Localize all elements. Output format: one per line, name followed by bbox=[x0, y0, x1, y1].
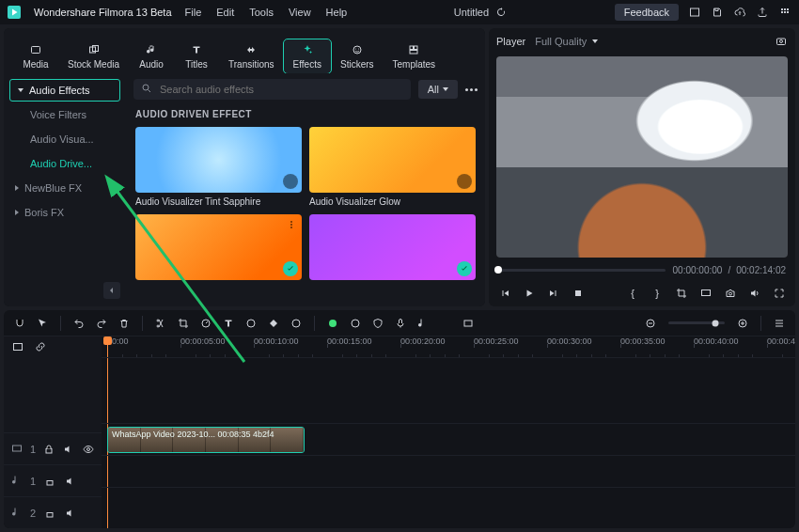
mute-icon[interactable] bbox=[64, 507, 77, 520]
split-icon[interactable] bbox=[154, 317, 167, 330]
lock-icon[interactable] bbox=[43, 475, 56, 488]
view-options-icon[interactable] bbox=[773, 317, 786, 330]
effect-card[interactable] bbox=[135, 214, 302, 284]
track-video-1[interactable]: WhatsApp Video 2023-10... 00:08:35 4b2f4 bbox=[102, 423, 795, 455]
menu-view[interactable]: View bbox=[289, 7, 311, 18]
step-fwd-icon[interactable] bbox=[547, 287, 560, 300]
tab-media[interactable]: Media bbox=[13, 39, 58, 73]
feedback-button[interactable]: Feedback bbox=[615, 4, 679, 21]
svg-point-25 bbox=[247, 320, 255, 327]
tab-titles[interactable]: Titles bbox=[174, 39, 219, 73]
svg-rect-1 bbox=[781, 8, 783, 10]
search-input-wrapper[interactable] bbox=[133, 79, 411, 100]
audio-tool-icon[interactable] bbox=[349, 317, 362, 330]
track-audio-2[interactable] bbox=[102, 487, 795, 519]
apps-grid-icon[interactable] bbox=[778, 6, 791, 19]
eye-icon[interactable] bbox=[82, 443, 94, 456]
mask-icon[interactable] bbox=[290, 317, 303, 330]
shield-icon[interactable] bbox=[371, 317, 384, 330]
undo-icon[interactable] bbox=[72, 317, 86, 330]
search-input[interactable] bbox=[158, 83, 403, 96]
lock-icon[interactable] bbox=[43, 443, 55, 456]
link-icon[interactable] bbox=[34, 340, 47, 353]
track-head-audio1[interactable]: 1 bbox=[4, 464, 102, 496]
video-clip[interactable]: WhatsApp Video 2023-10... 00:08:35 4b2f4 bbox=[107, 427, 305, 453]
crop-icon[interactable] bbox=[675, 287, 688, 300]
tab-templates[interactable]: Templates bbox=[384, 39, 446, 73]
lock-icon[interactable] bbox=[43, 507, 56, 520]
collapse-sidebar-button[interactable] bbox=[103, 282, 120, 299]
marker-icon[interactable] bbox=[439, 317, 452, 330]
svg-rect-30 bbox=[464, 321, 472, 326]
more-options-button[interactable] bbox=[465, 88, 478, 91]
svg-point-18 bbox=[780, 40, 783, 43]
ai-tool-icon[interactable] bbox=[326, 317, 339, 330]
sidebar-item-voice-filters[interactable]: Voice Filters bbox=[9, 103, 120, 126]
zoom-in-icon[interactable] bbox=[736, 317, 749, 330]
menu-edit[interactable]: Edit bbox=[216, 7, 234, 18]
volume-icon[interactable] bbox=[748, 287, 761, 300]
main-menu: File Edit Tools View Help bbox=[185, 7, 348, 18]
tab-effects[interactable]: Effects bbox=[284, 39, 331, 73]
seek-bar[interactable] bbox=[498, 269, 666, 272]
tab-transitions[interactable]: Transitions bbox=[219, 39, 284, 73]
timeline-area[interactable]: 00:0000:00:05:0000:00:10:0000:00:15:0000… bbox=[102, 336, 795, 528]
sidebar-item-audio-visualizer[interactable]: Audio Visua... bbox=[9, 128, 120, 150]
crop-tl-icon[interactable] bbox=[177, 317, 190, 330]
text-tool-icon[interactable] bbox=[222, 317, 235, 330]
download-icon[interactable] bbox=[457, 174, 472, 189]
camera-icon[interactable] bbox=[724, 287, 737, 300]
track-link-icon[interactable] bbox=[11, 340, 24, 353]
tab-stickers[interactable]: Stickers bbox=[331, 39, 384, 73]
redo-icon[interactable] bbox=[95, 317, 108, 330]
download-icon[interactable] bbox=[283, 174, 298, 189]
zoom-out-icon[interactable] bbox=[644, 317, 657, 330]
seek-knob[interactable] bbox=[494, 266, 502, 274]
timeline-ruler[interactable]: 00:0000:00:05:0000:00:10:0000:00:15:0000… bbox=[102, 336, 795, 357]
speed-icon[interactable] bbox=[199, 317, 212, 330]
category-audio-effects[interactable]: Audio Effects bbox=[9, 79, 120, 102]
export-icon[interactable] bbox=[756, 6, 769, 19]
effect-card[interactable]: Audio Visualizer Tint Sapphire bbox=[135, 127, 302, 207]
display-icon[interactable] bbox=[699, 287, 713, 300]
color-icon[interactable] bbox=[244, 317, 258, 330]
cloud-up-icon[interactable] bbox=[733, 6, 746, 19]
mute-icon[interactable] bbox=[63, 443, 75, 456]
render-icon[interactable] bbox=[462, 317, 475, 330]
track-head-video[interactable]: 1 bbox=[4, 432, 102, 464]
window-layout-icon[interactable] bbox=[688, 6, 701, 19]
snap-icon[interactable] bbox=[13, 317, 26, 330]
stop-icon[interactable] bbox=[572, 287, 585, 300]
more-icon[interactable] bbox=[285, 218, 298, 231]
play-icon[interactable] bbox=[523, 287, 536, 300]
track-head-audio2[interactable]: 2 bbox=[4, 496, 102, 528]
preview-viewport[interactable] bbox=[496, 56, 788, 258]
music-icon[interactable] bbox=[416, 317, 430, 330]
delete-icon[interactable] bbox=[118, 317, 131, 330]
filter-all-button[interactable]: All bbox=[418, 80, 458, 99]
sidebar-group-newblue[interactable]: NewBlue FX bbox=[9, 177, 120, 199]
fullscreen-icon[interactable] bbox=[773, 287, 786, 300]
mark-out-icon[interactable]: } bbox=[650, 287, 664, 300]
snapshot-icon[interactable] bbox=[775, 35, 788, 48]
sidebar-item-audio-driven[interactable]: Audio Drive... bbox=[9, 152, 120, 175]
zoom-slider[interactable] bbox=[668, 321, 725, 324]
cursor-icon[interactable] bbox=[36, 317, 49, 330]
menu-tools[interactable]: Tools bbox=[249, 7, 274, 18]
menu-help[interactable]: Help bbox=[326, 7, 348, 18]
tab-audio[interactable]: Audio bbox=[129, 39, 174, 73]
mark-in-icon[interactable]: { bbox=[626, 287, 639, 300]
sidebar-group-boris[interactable]: Boris FX bbox=[9, 201, 120, 224]
step-back-icon[interactable] bbox=[498, 287, 511, 300]
cloud-sync-icon[interactable] bbox=[494, 6, 508, 19]
menu-file[interactable]: File bbox=[185, 7, 202, 18]
track-audio-1[interactable] bbox=[102, 455, 795, 487]
save-icon[interactable] bbox=[711, 6, 724, 19]
quality-selector[interactable]: Full Quality bbox=[535, 36, 598, 47]
mute-icon[interactable] bbox=[64, 475, 77, 488]
keyframe-icon[interactable] bbox=[267, 317, 280, 330]
effect-card[interactable]: Audio Visualizer Glow bbox=[309, 127, 476, 207]
effect-card[interactable] bbox=[309, 214, 476, 284]
mic-icon[interactable] bbox=[394, 317, 407, 330]
tab-stock-media[interactable]: Stock Media bbox=[58, 39, 129, 73]
